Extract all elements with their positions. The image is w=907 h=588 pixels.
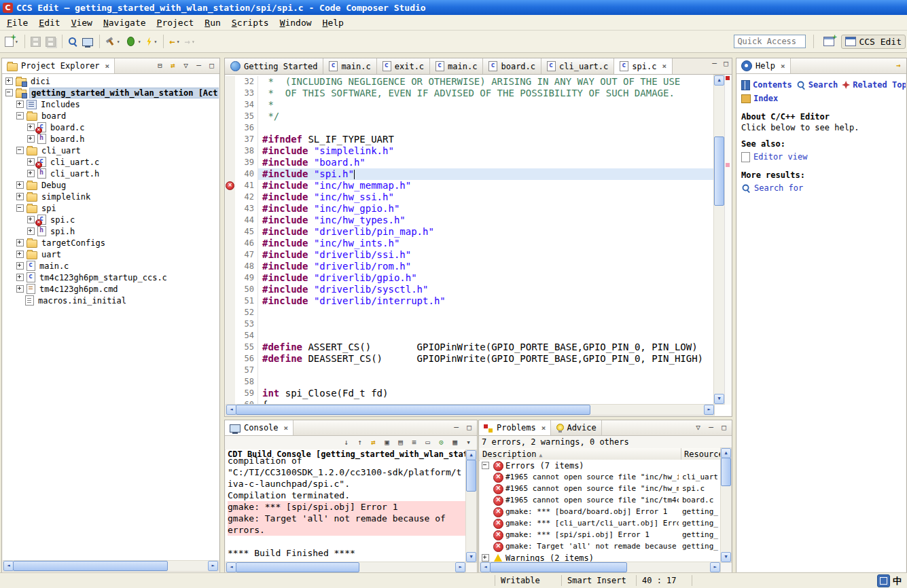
menu-view[interactable]: View	[66, 16, 98, 29]
problem-row[interactable]: #1965 cannot open source file "inc/hw_me…	[480, 483, 721, 494]
maximize-icon[interactable]: □	[463, 422, 475, 433]
code-line-text[interactable]: #include "driverlib/pin_map.h"	[258, 226, 715, 238]
code-line[interactable]: 55#define ASSERT_CS() GPIOPinWrite(GPIO_…	[226, 342, 715, 353]
tree-item-dici[interactable]: dici	[3, 75, 219, 87]
code-line-text[interactable]	[258, 318, 715, 330]
minimize-icon[interactable]: ─	[709, 58, 720, 69]
scrollbar-thumb[interactable]	[714, 136, 724, 206]
explorer-hscrollbar[interactable]: ◄ ►	[3, 560, 219, 572]
code-line[interactable]: 32 * (INCLUDING NEGLIGENCE OR OTHERWISE)…	[226, 76, 715, 88]
code-line-text[interactable]: #include "simplelink.h"	[258, 145, 715, 157]
scroll-up-icon[interactable]: ▲	[466, 450, 476, 460]
quick-access-input[interactable]	[734, 35, 806, 48]
expander-icon[interactable]	[16, 193, 24, 200]
code-editor[interactable]: 32 * (INCLUDING NEGLIGENCE OR OTHERWISE)…	[226, 75, 715, 405]
scroll-down-icon[interactable]: ▼	[466, 552, 476, 562]
scroll-up-icon[interactable]: ▲	[721, 448, 731, 458]
close-icon[interactable]: ×	[781, 62, 785, 71]
expander-icon[interactable]	[16, 251, 24, 258]
show-on-output-icon[interactable]: ⇄	[368, 437, 379, 448]
menu-run[interactable]: Run	[199, 16, 226, 29]
chevron-down-icon[interactable]: ▾	[192, 39, 195, 45]
minimize-icon[interactable]: ─	[450, 422, 462, 433]
expander-icon[interactable]	[5, 77, 13, 85]
build-button[interactable]: ▾	[103, 33, 122, 50]
menu-project[interactable]: Project	[152, 16, 200, 29]
new-console-menu-icon[interactable]: ▦	[449, 437, 461, 448]
save-all-button[interactable]	[43, 33, 58, 50]
open-console-icon[interactable]: ▤	[395, 437, 406, 448]
scrollbar-thumb[interactable]	[13, 561, 168, 571]
scrollbar-thumb[interactable]	[721, 458, 731, 486]
word-wrap-icon[interactable]: ≡	[408, 437, 420, 448]
tree-item-cli-uart-h[interactable]: cli_uart.h	[3, 168, 219, 179]
tab-advice[interactable]: Advice	[551, 420, 601, 435]
code-line-text[interactable]: #include "driverlib/sysctl.h"	[258, 284, 715, 295]
code-line[interactable]: 33 * OF THIS SOFTWARE, EVEN IF ADVISED O…	[226, 88, 715, 99]
tab-cli-uart-c[interactable]: cli_uart.c	[541, 58, 614, 74]
view-menu-icon[interactable]: ▽	[180, 60, 192, 71]
flash-button[interactable]: ▾	[143, 33, 159, 50]
search-for-link[interactable]: Search for	[741, 181, 906, 195]
code-line-text[interactable]	[258, 307, 715, 318]
overview-ruler[interactable]	[724, 75, 731, 405]
tab-project-explorer[interactable]: Project Explorer ×	[2, 58, 115, 73]
problem-row[interactable]: #1965 cannot open source file "inc/tm4c1…	[480, 494, 721, 506]
chevron-down-icon[interactable]: ▾	[138, 39, 141, 45]
expander-icon[interactable]	[482, 554, 489, 562]
scrollbar-thumb[interactable]	[236, 405, 590, 415]
tree-item-spi-h[interactable]: spi.h	[3, 225, 219, 237]
tab-main-c[interactable]: main.c	[430, 58, 483, 74]
tree-item-debug[interactable]: Debug	[3, 179, 219, 191]
close-icon[interactable]: ×	[662, 62, 666, 71]
close-icon[interactable]: ×	[541, 424, 546, 433]
editor-vscrollbar[interactable]: ▲ ▼	[713, 75, 725, 405]
menu-navigate[interactable]: Navigate	[98, 16, 152, 29]
code-line[interactable]: 52	[226, 307, 715, 318]
code-line[interactable]: 54	[226, 330, 715, 342]
scroll-left-icon[interactable]: ◄	[226, 405, 236, 415]
code-line[interactable]: 57	[226, 365, 715, 376]
code-line-text[interactable]: #include "board.h"	[258, 157, 715, 168]
code-line-text[interactable]	[258, 365, 715, 376]
scrollbar-thumb[interactable]	[490, 562, 627, 572]
close-icon[interactable]: ×	[284, 424, 289, 433]
expander-icon[interactable]	[27, 170, 35, 177]
pin-console-icon[interactable]: ⊙	[435, 437, 447, 448]
problem-row[interactable]: gmake: Target 'all' not remade because o…	[480, 540, 721, 552]
menu-file[interactable]: File	[1, 16, 33, 29]
tab-spi-c[interactable]: spi.c×	[614, 58, 673, 74]
tree-item-spi-c[interactable]: spi.c	[3, 214, 219, 225]
contents-link[interactable]: Contents	[741, 80, 792, 90]
code-line-text[interactable]: #include "inc/hw_memmap.h"	[258, 180, 715, 191]
code-line-text[interactable]: #include "driverlib/ssi.h"	[258, 249, 715, 261]
tree-item-cli-uart-c[interactable]: cli_uart.c	[3, 156, 219, 168]
expander-icon[interactable]	[27, 124, 35, 131]
scrollbar-thumb[interactable]	[236, 562, 359, 572]
tree-item-board-c[interactable]: board.c	[3, 122, 219, 133]
expander-icon[interactable]	[16, 262, 24, 270]
menu-window[interactable]: Window	[274, 16, 317, 29]
view-menu-icon[interactable]: ▽	[692, 422, 704, 433]
forward-button[interactable]: ▾	[183, 33, 197, 50]
code-line-text[interactable]	[258, 330, 715, 342]
problem-row[interactable]: #1965 cannot open source file "inc/hw_ic…	[480, 471, 721, 483]
collapse-all-icon[interactable]: ⊟	[154, 60, 166, 71]
tab-problems[interactable]: Problems ×	[479, 420, 551, 435]
menu-help[interactable]: Help	[317, 16, 349, 29]
code-line-text[interactable]: #include "driverlib/rom.h"	[258, 261, 715, 272]
editor-hscrollbar[interactable]: ◄ ►	[226, 404, 715, 416]
expander-icon[interactable]	[27, 216, 35, 223]
code-line-text[interactable]: */	[258, 111, 715, 122]
code-line[interactable]: 46#include "inc/hw_ints.h"	[226, 238, 715, 249]
tree-item-simplelink[interactable]: simplelink	[3, 191, 219, 202]
code-line-text[interactable]: *	[258, 99, 715, 111]
code-line[interactable]: 43#include "inc/hw_gpio.h"	[226, 203, 715, 215]
code-line[interactable]: 37#ifndef SL_IF_TYPE_UART	[226, 134, 715, 145]
code-line[interactable]: 34 *	[226, 99, 715, 111]
problems-vscrollbar[interactable]: ▲ ▼	[720, 447, 732, 563]
menu-edit[interactable]: Edit	[33, 16, 65, 29]
scroll-right-icon[interactable]: ►	[710, 562, 720, 572]
problem-row[interactable]: gmake: *** [spi/spi.obj] Error 1getting_	[480, 529, 721, 540]
link-with-editor-icon[interactable]: ⇄	[167, 60, 179, 71]
